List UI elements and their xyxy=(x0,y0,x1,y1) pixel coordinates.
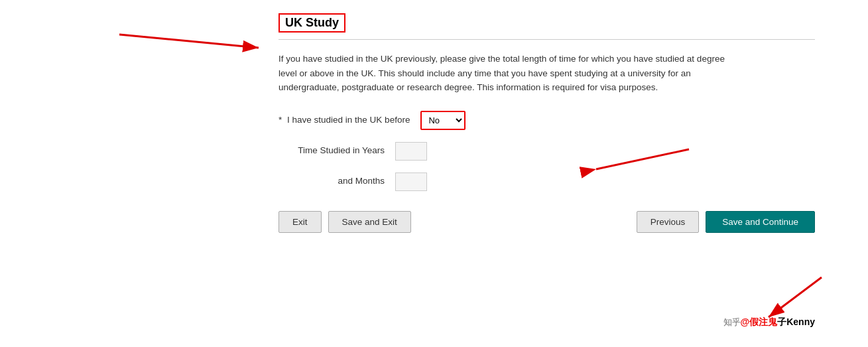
required-star: * xyxy=(279,115,282,125)
months-label: and Months xyxy=(279,175,385,188)
studied-label-text: I have studied in the UK before xyxy=(287,115,410,125)
studied-row: * I have studied in the UK before No Yes xyxy=(279,111,743,130)
button-row: Exit Save and Exit Previous Save and Con… xyxy=(279,211,815,233)
studied-select[interactable]: No Yes xyxy=(420,111,465,130)
years-input[interactable] xyxy=(395,142,427,161)
exit-button[interactable]: Exit xyxy=(279,211,322,233)
nav-right-buttons: Previous Save and Continue xyxy=(637,211,815,233)
save-continue-button[interactable]: Save and Continue xyxy=(706,211,815,233)
months-input[interactable] xyxy=(395,173,427,191)
previous-button[interactable]: Previous xyxy=(637,211,700,233)
years-label: Time Studied in Years xyxy=(279,145,385,157)
divider xyxy=(279,39,815,40)
save-exit-button[interactable]: Save and Exit xyxy=(328,211,411,233)
studied-label: * I have studied in the UK before xyxy=(279,114,410,127)
description-text: If you have studied in the UK previously… xyxy=(279,52,729,95)
section-title: UK Study xyxy=(279,13,345,33)
